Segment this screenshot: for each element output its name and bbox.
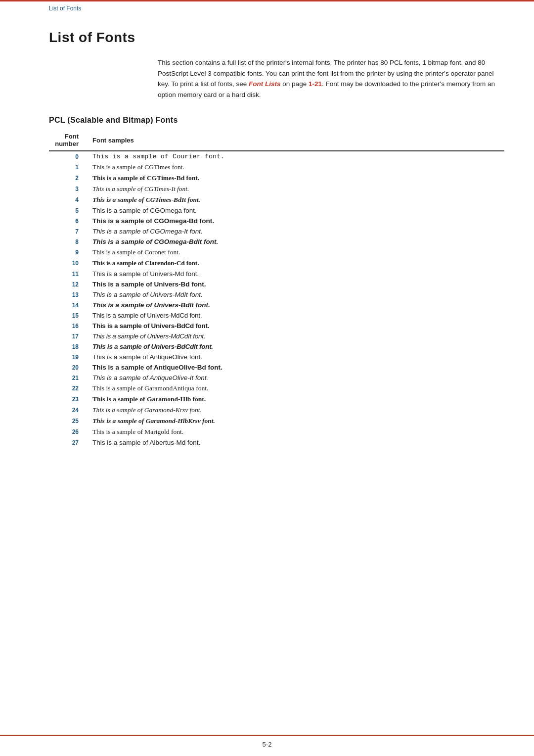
font-sample-cell: This is a sample of Garamond-HlbKrsv fon… [89, 416, 504, 426]
table-row: 17This is a sample of Univers-MdCdIt fon… [49, 331, 504, 341]
font-number-cell: 13 [49, 289, 89, 300]
font-number-cell: 18 [49, 341, 89, 352]
table-row: 16This is a sample of Univers-BdCd font. [49, 321, 504, 331]
table-row: 15This is a sample of Univers-MdCd font. [49, 310, 504, 321]
font-number-cell: 8 [49, 236, 89, 247]
font-number-cell: 15 [49, 310, 89, 321]
font-sample-cell: This is a sample of CGOmega-BdIt font. [89, 236, 504, 247]
font-sample-cell: This is a sample of Marigold font. [89, 426, 504, 437]
font-number-cell: 25 [49, 416, 89, 426]
font-number-cell: 4 [49, 194, 89, 205]
table-row: 11This is a sample of Univers-Md font. [49, 269, 504, 279]
font-sample-cell: This is a sample of Clarendon-Cd font. [89, 258, 504, 269]
table-row: 2This is a sample of CGTimes-Bd font. [49, 173, 504, 184]
page-title: List of Fonts [49, 30, 504, 46]
font-number-cell: 0 [49, 151, 89, 162]
font-sample-cell: This is a sample of Univers-Md font. [89, 269, 504, 279]
table-row: 27This is a sample of Albertus-Md font. [49, 437, 504, 448]
table-header-row: Font number Font samples [49, 131, 504, 151]
font-number-cell: 3 [49, 184, 89, 194]
font-sample-cell: This is a sample of Garamond-Krsv font. [89, 405, 504, 416]
font-sample-cell: This is a sample of CGTimes-BdIt font. [89, 194, 504, 205]
table-row: 20This is a sample of AntiqueOlive-Bd fo… [49, 362, 504, 373]
font-sample-cell: This is a sample of Univers-MdCdIt font. [89, 331, 504, 341]
font-sample-cell: This is a sample of AntiqueOlive-Bd font… [89, 362, 504, 373]
table-row: 24This is a sample of Garamond-Krsv font… [49, 405, 504, 416]
font-sample-cell: This is a sample of CGOmega-Bd font. [89, 216, 504, 226]
font-number-cell: 16 [49, 321, 89, 331]
font-sample-cell: This is a sample of Albertus-Md font. [89, 437, 504, 448]
col-font-number-header: Font number [49, 131, 89, 151]
section-title: PCL (Scalable and Bitmap) Fonts [49, 116, 504, 125]
col-font-samples-header: Font samples [89, 131, 504, 151]
font-lists-link[interactable]: Font Lists [249, 80, 281, 88]
font-number-cell: 27 [49, 437, 89, 448]
table-row: 1This is a sample of CGTimes font. [49, 162, 504, 173]
font-sample-cell: This is a sample of Univers-MdIt font. [89, 289, 504, 300]
table-row: 13This is a sample of Univers-MdIt font. [49, 289, 504, 300]
table-row: 19This is a sample of AntiqueOlive font. [49, 352, 504, 362]
table-row: 10This is a sample of Clarendon-Cd font. [49, 258, 504, 269]
font-sample-cell: This is a sample of Univers-BdIt font. [89, 300, 504, 310]
font-number-cell: 24 [49, 405, 89, 416]
font-sample-cell: This is a sample of GaramondAntiqua font… [89, 383, 504, 394]
font-sample-cell: This is a sample of CGTimes font. [89, 162, 504, 173]
font-number-cell: 22 [49, 383, 89, 394]
table-row: 22This is a sample of GaramondAntiqua fo… [49, 383, 504, 394]
font-sample-cell: This is a sample of AntiqueOlive-It font… [89, 373, 504, 383]
font-sample-cell: This is a sample of CGOmega-It font. [89, 226, 504, 236]
font-sample-cell: This is a sample of Coronet font. [89, 247, 504, 258]
font-sample-cell: This is a sample of Univers-MdCd font. [89, 310, 504, 321]
table-row: 7This is a sample of CGOmega-It font. [49, 226, 504, 236]
font-sample-cell: This is a sample of CGTimes-Bd font. [89, 173, 504, 184]
table-row: 23This is a sample of Garamond-Hlb font. [49, 394, 504, 405]
font-sample-cell: This is a sample of CGOmega font. [89, 205, 504, 216]
table-row: 26This is a sample of Marigold font. [49, 426, 504, 437]
table-row: 4This is a sample of CGTimes-BdIt font. [49, 194, 504, 205]
font-sample-cell: This is a sample of AntiqueOlive font. [89, 352, 504, 362]
table-row: 8This is a sample of CGOmega-BdIt font. [49, 236, 504, 247]
table-row: 5This is a sample of CGOmega font. [49, 205, 504, 216]
font-number-cell: 19 [49, 352, 89, 362]
breadcrumb: List of Fonts [49, 5, 81, 12]
table-row: 18This is a sample of Univers-BdCdIt fon… [49, 341, 504, 352]
font-sample-cell: This is a sample of CGTimes-It font. [89, 184, 504, 194]
font-number-cell: 11 [49, 269, 89, 279]
font-number-cell: 9 [49, 247, 89, 258]
table-row: 25This is a sample of Garamond-HlbKrsv f… [49, 416, 504, 426]
font-number-cell: 20 [49, 362, 89, 373]
intro-text-2: on page [281, 80, 309, 88]
bottom-rule [0, 735, 534, 736]
font-number-cell: 17 [49, 331, 89, 341]
font-sample-cell: This is a sample of Courier font. [89, 151, 504, 162]
font-number-cell: 14 [49, 300, 89, 310]
font-number-cell: 21 [49, 373, 89, 383]
table-row: 21This is a sample of AntiqueOlive-It fo… [49, 373, 504, 383]
font-table: Font number Font samples 0This is a samp… [49, 131, 504, 448]
font-number-cell: 5 [49, 205, 89, 216]
intro-page-ref: 1-21 [309, 80, 322, 88]
top-rule [0, 0, 534, 1]
font-number-cell: 1 [49, 162, 89, 173]
page-content: List of Fonts This section contains a fu… [49, 30, 504, 726]
intro-paragraph: This section contains a full list of the… [158, 57, 504, 100]
font-sample-cell: This is a sample of Garamond-Hlb font. [89, 394, 504, 405]
font-sample-cell: This is a sample of Univers-BdCd font. [89, 321, 504, 331]
font-sample-cell: This is a sample of Univers-Bd font. [89, 279, 504, 289]
font-number-cell: 6 [49, 216, 89, 226]
font-number-cell: 7 [49, 226, 89, 236]
table-row: 9This is a sample of Coronet font. [49, 247, 504, 258]
footer-page-number: 5-2 [263, 741, 272, 748]
font-number-cell: 2 [49, 173, 89, 184]
table-row: 6This is a sample of CGOmega-Bd font. [49, 216, 504, 226]
table-row: 0This is a sample of Courier font. [49, 151, 504, 162]
table-row: 3This is a sample of CGTimes-It font. [49, 184, 504, 194]
table-row: 14This is a sample of Univers-BdIt font. [49, 300, 504, 310]
font-number-cell: 10 [49, 258, 89, 269]
font-number-cell: 26 [49, 426, 89, 437]
font-sample-cell: This is a sample of Univers-BdCdIt font. [89, 341, 504, 352]
font-table-body: 0This is a sample of Courier font.1This … [49, 151, 504, 448]
font-number-cell: 12 [49, 279, 89, 289]
table-row: 12This is a sample of Univers-Bd font. [49, 279, 504, 289]
font-number-cell: 23 [49, 394, 89, 405]
